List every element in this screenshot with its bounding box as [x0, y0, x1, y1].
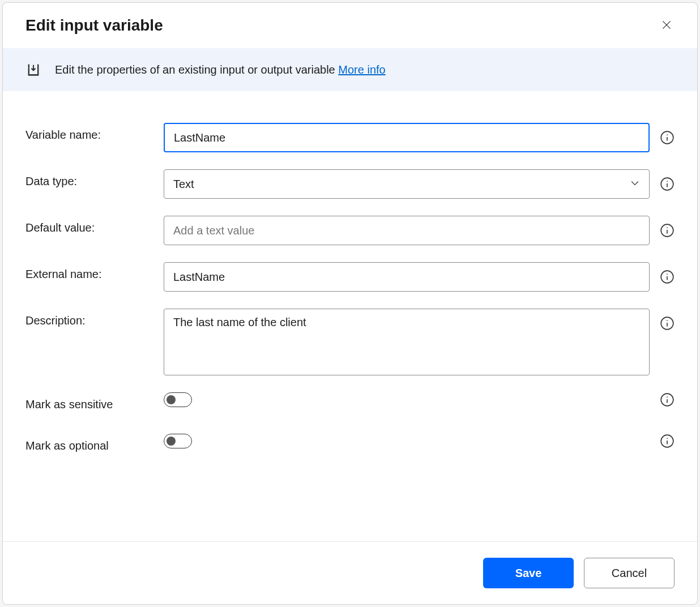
mark-optional-toggle[interactable]: [164, 434, 192, 448]
info-icon[interactable]: [660, 270, 675, 284]
info-banner: Edit the properties of an existing input…: [3, 48, 697, 91]
label-default-value: Default value:: [25, 216, 164, 234]
label-external-name: External name:: [25, 262, 164, 281]
row-data-type: Data type:: [25, 169, 675, 199]
toggle-knob: [167, 437, 176, 446]
svg-point-13: [667, 438, 668, 439]
info-icon[interactable]: [660, 130, 675, 145]
info-icon[interactable]: [660, 316, 675, 331]
banner-message: Edit the properties of an existing input…: [55, 63, 338, 76]
more-info-link[interactable]: More info: [338, 63, 385, 76]
data-type-select[interactable]: [164, 169, 650, 199]
dialog-title: Edit input variable: [25, 16, 163, 35]
info-icon[interactable]: [660, 177, 675, 191]
external-name-input[interactable]: [164, 262, 650, 292]
info-icon[interactable]: [660, 223, 675, 238]
row-default-value: Default value:: [25, 216, 675, 245]
label-mark-optional: Mark as optional: [25, 434, 164, 452]
row-variable-name: Variable name:: [25, 123, 675, 152]
svg-point-3: [667, 181, 668, 182]
svg-point-5: [667, 227, 668, 228]
close-icon: [661, 19, 672, 32]
download-box-icon: [25, 62, 41, 78]
form-body: Variable name: Data type:: [3, 91, 697, 541]
svg-point-9: [667, 320, 668, 321]
label-mark-sensitive: Mark as sensitive: [25, 392, 164, 411]
svg-point-7: [667, 273, 668, 275]
label-description: Description:: [25, 309, 164, 327]
mark-sensitive-toggle[interactable]: [164, 392, 192, 407]
info-icon[interactable]: [660, 434, 675, 448]
row-mark-sensitive: Mark as sensitive: [25, 392, 675, 411]
banner-text: Edit the properties of an existing input…: [55, 63, 386, 76]
toggle-knob: [167, 395, 176, 404]
dialog-header: Edit input variable: [3, 3, 697, 48]
svg-point-11: [667, 396, 668, 397]
save-button[interactable]: Save: [483, 558, 574, 588]
row-description: Description: The last name of the client: [25, 309, 675, 375]
variable-name-input[interactable]: [164, 123, 650, 152]
row-external-name: External name:: [25, 262, 675, 292]
label-variable-name: Variable name:: [25, 123, 164, 142]
close-button[interactable]: [659, 17, 675, 35]
info-icon[interactable]: [660, 392, 675, 407]
svg-point-1: [667, 134, 668, 135]
edit-input-variable-dialog: Edit input variable Edit the properties …: [2, 2, 698, 605]
row-mark-optional: Mark as optional: [25, 434, 675, 452]
cancel-button[interactable]: Cancel: [584, 558, 675, 588]
dialog-footer: Save Cancel: [3, 541, 697, 604]
label-data-type: Data type:: [25, 169, 164, 188]
default-value-input[interactable]: [164, 216, 650, 245]
description-input[interactable]: The last name of the client: [164, 309, 650, 375]
